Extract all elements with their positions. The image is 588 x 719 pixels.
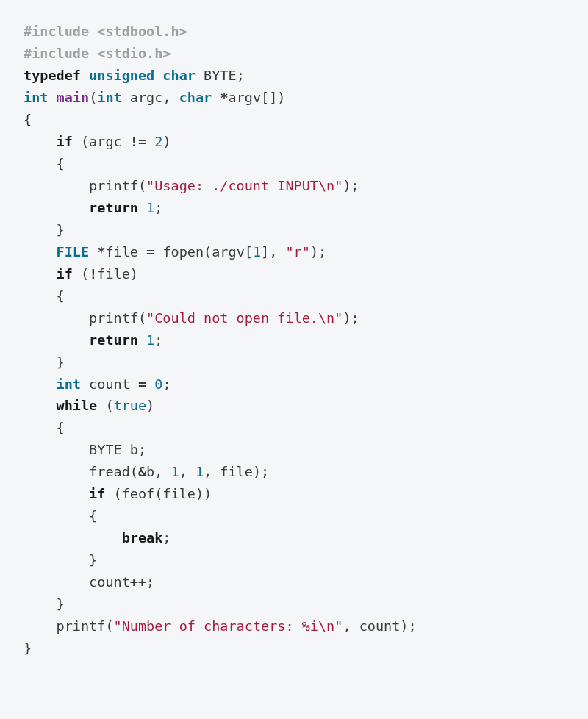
code-token: );: [310, 244, 326, 260]
code-token: ,: [162, 90, 179, 105]
code-token: 2: [154, 134, 162, 149]
code-token: ;: [154, 332, 162, 348]
code-token: if: [89, 486, 105, 501]
code-token: fopen(argv[: [154, 244, 253, 260]
code-token: ++: [130, 574, 146, 590]
code-token: (argc: [73, 134, 130, 149]
code-line: count++;: [24, 571, 564, 593]
code-token: }: [24, 640, 32, 656]
code-line: int main(int argc, char *argv[]): [24, 87, 564, 109]
code-token: {: [24, 112, 32, 127]
code-token: "Number of characters: %i\n": [114, 618, 343, 634]
code-line: while (true): [24, 395, 564, 417]
code-token: [48, 90, 56, 105]
code-token: =: [138, 376, 146, 392]
code-token: {: [89, 508, 97, 523]
code-token: }: [57, 354, 65, 370]
code-token: !: [89, 266, 97, 282]
code-token: argv: [229, 90, 262, 105]
code-token: [154, 68, 162, 83]
code-token: {: [57, 288, 65, 304]
code-line: {: [24, 153, 564, 175]
code-token: 1: [146, 200, 154, 215]
code-token: [146, 134, 154, 149]
code-token: [138, 200, 146, 215]
code-token: (: [73, 266, 89, 282]
code-token: file): [97, 266, 138, 282]
code-token: b,: [146, 464, 171, 479]
code-token: ;: [154, 200, 162, 215]
code-token: [138, 332, 146, 348]
code-line: printf("Number of characters: %i\n", cou…: [24, 615, 564, 637]
code-token: ],: [261, 244, 285, 260]
code-token: unsigned: [89, 68, 154, 83]
code-line: if (!file): [24, 263, 564, 285]
code-token: 1: [196, 464, 204, 479]
code-token: int: [24, 90, 48, 105]
code-line: int count = 0;: [24, 373, 564, 396]
code-line: #include <stdbool.h>: [24, 21, 564, 43]
code-line: {: [24, 417, 564, 439]
code-token: break: [122, 530, 163, 545]
code-line: break;: [24, 527, 564, 549]
code-token: 1: [171, 464, 179, 479]
code-token: {: [57, 156, 65, 171]
code-token: printf(: [57, 618, 114, 634]
code-token: FILE: [57, 244, 90, 260]
code-token: file: [105, 244, 146, 260]
code-token: );: [343, 178, 359, 193]
code-token: #include <stdio.h>: [24, 46, 171, 61]
code-line: return 1;: [24, 197, 564, 219]
code-line: }: [24, 219, 564, 241]
code-token: , file);: [204, 464, 269, 479]
code-token: ): [162, 134, 171, 149]
code-line: }: [24, 637, 564, 659]
code-line: typedef unsigned char BYTE;: [24, 65, 564, 87]
code-token: &: [138, 464, 146, 479]
code-token: }: [57, 222, 65, 237]
code-token: int: [57, 376, 81, 392]
code-line: if (feof(file)): [24, 483, 564, 505]
code-line: fread(&b, 1, 1, file);: [24, 461, 564, 483]
code-token: BYTE b;: [89, 442, 146, 457]
code-line: return 1;: [24, 329, 564, 351]
code-line: BYTE b;: [24, 439, 564, 461]
code-token: }: [57, 596, 65, 612]
code-token: 1: [146, 332, 154, 348]
code-line: #include <stdio.h>: [24, 43, 564, 65]
code-token: 0: [154, 376, 162, 392]
code-token: return: [89, 200, 138, 215]
code-token: argc: [122, 90, 163, 105]
code-token: []): [261, 90, 285, 105]
code-token: [81, 68, 89, 83]
code-line: }: [24, 593, 564, 615]
code-token: 1: [253, 244, 261, 260]
code-token: "Could not open file.\n": [146, 310, 343, 326]
code-line: {: [24, 109, 564, 131]
code-token: if: [57, 266, 73, 282]
code-token: count: [81, 376, 138, 392]
code-token: *: [97, 244, 105, 260]
code-token: !=: [130, 134, 146, 149]
code-token: printf(: [89, 178, 146, 193]
code-token: main: [57, 90, 90, 105]
code-line: if (argc != 2): [24, 131, 564, 153]
code-token: ;: [162, 376, 171, 392]
code-line: printf("Usage: ./count INPUT\n");: [24, 175, 564, 197]
code-token: ;: [146, 574, 154, 590]
code-token: while: [57, 398, 98, 413]
code-token: return: [89, 332, 138, 348]
code-token: );: [343, 310, 359, 326]
code-token: (: [97, 398, 113, 413]
code-token: [212, 90, 220, 105]
code-token: *: [220, 90, 228, 105]
code-token: , count);: [343, 618, 416, 634]
code-token: printf(: [89, 310, 146, 326]
code-token: count: [89, 574, 130, 590]
code-line: printf("Could not open file.\n");: [24, 307, 564, 329]
code-token: int: [97, 90, 121, 105]
code-token: char: [162, 68, 196, 83]
code-token: if: [57, 134, 73, 149]
code-token: BYTE: [196, 68, 237, 83]
code-line: FILE *file = fopen(argv[1], "r");: [24, 241, 564, 263]
